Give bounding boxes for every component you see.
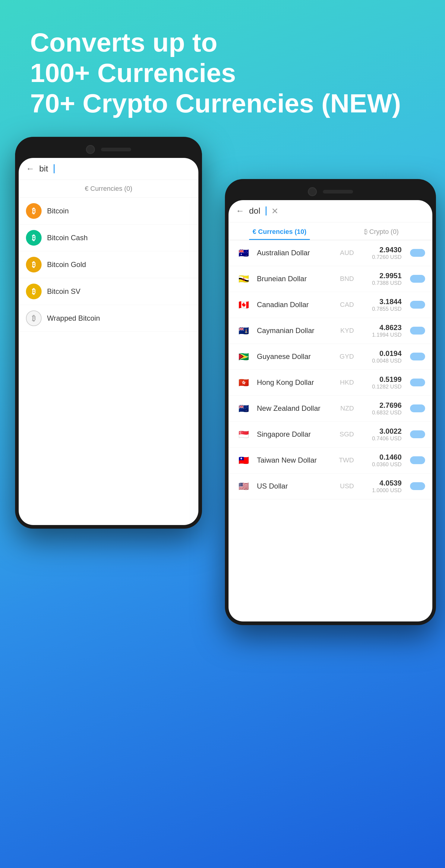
currency-value-main: 2.9430 <box>362 246 402 254</box>
currency-value-sub: 0.7406 USD <box>362 435 402 442</box>
currency-flag: 🇦🇺 <box>236 247 251 258</box>
currency-code: NZD <box>330 404 354 412</box>
currency-list-item[interactable]: 🇰🇾 Caymanian Dollar KYD 4.8623 1.1994 US… <box>229 318 432 344</box>
tab-bar: € Currencies (10) ₿ Crypto (0) <box>229 222 432 240</box>
currency-name: Guyanese Dollar <box>257 352 324 361</box>
crypto-name: Bitcoin Gold <box>47 260 191 269</box>
currency-toggle[interactable] <box>410 378 425 386</box>
currency-list-item[interactable]: 🇳🇿 New Zealand Dollar NZD 2.7696 0.6832 … <box>229 396 432 422</box>
tab-crypto[interactable]: ₿ Crypto (0) <box>330 222 432 240</box>
crypto-list-item[interactable]: ₿ Wrapped Bitcoin <box>19 305 198 332</box>
currency-flag: 🇭🇰 <box>236 377 251 388</box>
currency-value-sub: 0.7855 USD <box>362 306 402 312</box>
currency-list-item[interactable]: 🇦🇺 Australian Dollar AUD 2.9430 0.7260 U… <box>229 240 432 266</box>
currency-value-sub: 0.0048 USD <box>362 358 402 364</box>
crypto-name: Wrapped Bitcoin <box>47 314 191 322</box>
currency-toggle[interactable] <box>410 482 425 490</box>
crypto-list-item[interactable]: ₿ Bitcoin SV <box>19 278 198 305</box>
crypto-list-item[interactable]: ₿ Bitcoin <box>19 198 198 224</box>
currency-list-item[interactable]: 🇧🇳 Bruneian Dollar BND 2.9951 0.7388 USD <box>229 266 432 292</box>
currency-value-block: 3.0022 0.7406 USD <box>362 427 402 442</box>
currency-value-sub: 0.7388 USD <box>362 280 402 286</box>
currency-toggle[interactable] <box>410 327 425 335</box>
front-camera <box>308 187 317 196</box>
currency-value-block: 2.9430 0.7260 USD <box>362 246 402 260</box>
currency-flag: 🇹🇼 <box>236 455 251 466</box>
back-crypto-list: ₿ Bitcoin ₿ Bitcoin Cash ₿ Bitcoin Gold … <box>19 198 198 332</box>
currency-name: Taiwan New Dollar <box>257 456 324 464</box>
back-speaker <box>101 148 131 151</box>
currency-toggle[interactable] <box>410 404 425 412</box>
currency-list-item[interactable]: 🇹🇼 Taiwan New Dollar TWD 0.1460 0.0360 U… <box>229 447 432 473</box>
currency-value-block: 2.7696 0.6832 USD <box>362 401 402 416</box>
crypto-list-item[interactable]: ₿ Bitcoin Gold <box>19 251 198 278</box>
currency-list-item[interactable]: 🇺🇸 US Dollar USD 4.0539 1.0000 USD <box>229 473 432 499</box>
currency-value-main: 4.0539 <box>362 479 402 487</box>
currency-name: Australian Dollar <box>257 249 324 257</box>
hero-line3: 70+ Crypto Currencies (NEW) <box>30 88 401 118</box>
currency-flag: 🇧🇳 <box>236 273 251 284</box>
currency-toggle[interactable] <box>410 275 425 283</box>
phone-back-notch <box>15 137 202 158</box>
hero-section: Converts up to 100+ Currencies 70+ Crypt… <box>0 0 445 137</box>
back-camera <box>86 145 95 154</box>
phone-front-notch <box>225 179 436 200</box>
currency-list-item[interactable]: 🇭🇰 Hong Kong Dollar HKD 0.5199 0.1282 US… <box>229 370 432 396</box>
currency-flag: 🇬🇾 <box>236 351 251 362</box>
currency-value-block: 2.9951 0.7388 USD <box>362 272 402 286</box>
tab-currencies[interactable]: € Currencies (10) <box>229 222 330 240</box>
currency-value-main: 4.8623 <box>362 323 402 332</box>
currency-value-sub: 0.7260 USD <box>362 254 402 260</box>
front-search-input-text[interactable]: dol <box>249 206 260 216</box>
phone-front: ← dol ✕ € Currencies (10) ₿ Crypto (0) 🇦… <box>225 179 436 625</box>
currency-toggle[interactable] <box>410 456 425 464</box>
hero-title: Converts up to 100+ Currencies 70+ Crypt… <box>30 27 415 119</box>
currency-value-sub: 0.6832 USD <box>362 410 402 416</box>
crypto-name: Bitcoin <box>47 207 191 215</box>
hero-line2: 100+ Currencies <box>30 58 236 88</box>
currency-code: AUD <box>330 249 354 257</box>
currency-name: Hong Kong Dollar <box>257 378 324 387</box>
currency-name: Bruneian Dollar <box>257 275 324 283</box>
currency-list-item[interactable]: 🇸🇬 Singapore Dollar SGD 3.0022 0.7406 US… <box>229 422 432 447</box>
currency-name: US Dollar <box>257 482 324 490</box>
currency-value-main: 0.1460 <box>362 453 402 461</box>
currency-value-block: 0.0194 0.0048 USD <box>362 349 402 364</box>
currency-list-item[interactable]: 🇨🇦 Canadian Dollar CAD 3.1844 0.7855 USD <box>229 292 432 318</box>
currency-value-main: 3.1844 <box>362 298 402 306</box>
back-section-header: € Currencies (0) <box>19 180 198 198</box>
front-back-arrow-icon[interactable]: ← <box>236 206 244 216</box>
currency-value-main: 0.0194 <box>362 349 402 358</box>
currency-toggle[interactable] <box>410 249 425 257</box>
phone-back-screen: ← bit € Currencies (0) ₿ Bitcoin ₿ Bitco… <box>19 158 198 525</box>
crypto-list-item[interactable]: ₿ Bitcoin Cash <box>19 224 198 251</box>
currency-flag: 🇺🇸 <box>236 481 251 492</box>
crypto-icon: ₿ <box>26 284 41 299</box>
currency-code: GYD <box>330 352 354 361</box>
currency-code: HKD <box>330 378 354 386</box>
crypto-icon: ₿ <box>26 257 41 273</box>
close-icon[interactable]: ✕ <box>271 206 278 216</box>
currency-code: SGD <box>330 430 354 438</box>
hero-line1: Converts up to <box>30 27 217 57</box>
currency-toggle[interactable] <box>410 301 425 309</box>
currency-value-main: 0.5199 <box>362 375 402 384</box>
currency-code: BND <box>330 275 354 283</box>
search-input-text[interactable]: bit <box>39 164 48 174</box>
currency-value-sub: 0.0360 USD <box>362 461 402 468</box>
currency-list-item[interactable]: 🇬🇾 Guyanese Dollar GYD 0.0194 0.0048 USD <box>229 344 432 370</box>
currency-code: KYD <box>330 327 354 335</box>
currency-code: USD <box>330 482 354 490</box>
phone-back: ← bit € Currencies (0) ₿ Bitcoin ₿ Bitco… <box>15 137 202 529</box>
cursor <box>54 164 55 173</box>
currency-toggle[interactable] <box>410 352 425 361</box>
crypto-name: Bitcoin Cash <box>47 234 191 242</box>
back-arrow-icon[interactable]: ← <box>26 164 34 174</box>
currency-name: New Zealand Dollar <box>257 404 324 412</box>
currency-toggle[interactable] <box>410 430 425 438</box>
crypto-icon: ₿ <box>26 203 41 219</box>
phones-container: ← bit € Currencies (0) ₿ Bitcoin ₿ Bitco… <box>0 137 445 770</box>
front-speaker <box>323 190 353 193</box>
front-search-bar: ← dol ✕ <box>229 200 432 222</box>
currency-value-block: 3.1844 0.7855 USD <box>362 298 402 312</box>
